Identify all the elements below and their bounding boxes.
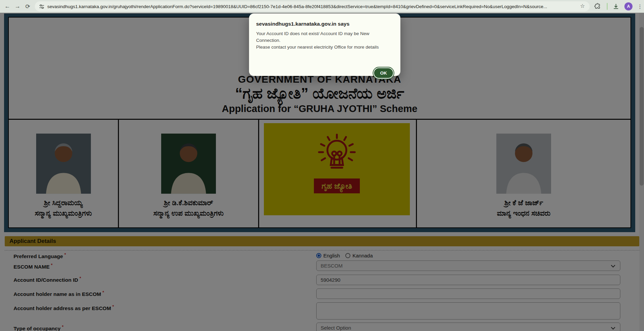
alert-dialog: sevasindhugs1.karnataka.gov.in says Your… — [249, 13, 400, 76]
bookmark-star-icon[interactable]: ☆ — [580, 3, 585, 9]
alert-message-line1: Your Account ID does not exist/ Account … — [256, 30, 391, 44]
forward-button[interactable]: → — [13, 2, 22, 11]
alert-message-line2: Please contact your nearest electricity … — [256, 44, 391, 51]
toolbar-separator — [607, 3, 608, 10]
url-text: sevasindhugs1.karnataka.gov.in/gruhajyot… — [47, 4, 568, 9]
browser-toolbar: ← → ⟳ sevasindhugs1.karnataka.gov.in/gru… — [0, 0, 644, 13]
three-dots-icon: ⋮ — [637, 3, 643, 10]
downloads-button[interactable] — [612, 0, 620, 13]
site-settings-icon[interactable] — [39, 4, 45, 9]
extensions-button[interactable] — [594, 0, 601, 13]
reload-button[interactable]: ⟳ — [23, 2, 32, 11]
avatar-letter: A — [627, 4, 630, 9]
browser-menu-button[interactable]: ⋮ — [637, 0, 643, 13]
browser-window: ← → ⟳ sevasindhugs1.karnataka.gov.in/gru… — [0, 0, 644, 331]
profile-avatar[interactable]: A — [624, 0, 633, 13]
reload-icon: ⟳ — [25, 3, 30, 10]
alert-message: Your Account ID does not exist/ Account … — [256, 30, 391, 51]
back-icon: ← — [5, 3, 10, 10]
puzzle-icon — [594, 3, 601, 10]
forward-icon: → — [15, 3, 21, 10]
back-button[interactable]: ← — [3, 2, 12, 11]
ok-button[interactable]: OK — [373, 67, 394, 79]
download-icon — [612, 3, 620, 10]
alert-title: sevasindhugs1.karnataka.gov.in says — [256, 21, 349, 27]
url-bar[interactable]: sevasindhugs1.karnataka.gov.in/gruhajyot… — [35, 1, 590, 11]
